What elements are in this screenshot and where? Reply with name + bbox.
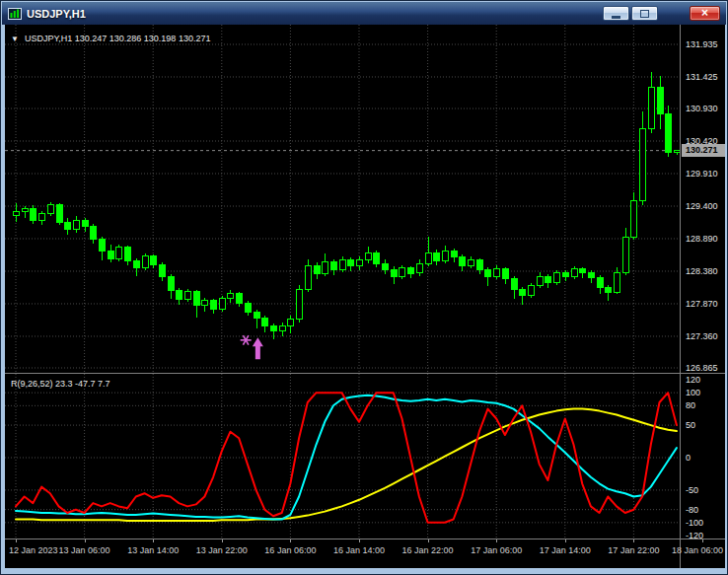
time-tick xyxy=(290,539,291,542)
indicator-svg[interactable] xyxy=(5,374,680,539)
main-chart-pane[interactable]: ▼ USDJPY,H1 130.247 130.286 130.198 130.… xyxy=(5,25,680,373)
indicator-tick-label: 0 xyxy=(686,453,691,463)
main-chart-svg[interactable] xyxy=(5,25,680,373)
price-tick-label: 128.890 xyxy=(686,234,718,244)
price-tick-label: 127.360 xyxy=(686,331,718,341)
time-tick-label: 18 Jan 06:00 xyxy=(672,545,723,555)
pane-separator[interactable] xyxy=(5,373,725,374)
indicator-tick-label: 120 xyxy=(686,375,700,385)
time-axis[interactable]: 12 Jan 202313 Jan 06:0013 Jan 14:0013 Ja… xyxy=(5,539,725,568)
minimize-button[interactable] xyxy=(603,6,629,21)
chart-icon[interactable] xyxy=(8,8,22,20)
indicator-tick-label: 100 xyxy=(686,388,700,397)
symbol-ohlc-label: USDJPY,H1 130.247 130.286 130.198 130.27… xyxy=(25,34,211,43)
symbol-ohlc-line: ▼ USDJPY,H1 130.247 130.286 130.198 130.… xyxy=(11,34,210,43)
window-title: USDJPY,H1 xyxy=(27,8,86,20)
chevron-down-icon[interactable]: ▼ xyxy=(11,35,19,43)
time-tick xyxy=(222,539,223,542)
current-price-badge: 130.271 xyxy=(682,144,725,157)
time-tick xyxy=(565,539,566,542)
restore-button[interactable] xyxy=(631,6,658,21)
price-tick-label: 131.935 xyxy=(686,39,718,49)
main-grid-layer xyxy=(5,25,680,373)
price-tick-label: 129.910 xyxy=(686,169,718,179)
time-tick xyxy=(85,539,86,542)
time-tick-label: 17 Jan 22:00 xyxy=(608,545,659,555)
price-tick-label: 126.865 xyxy=(686,363,718,373)
close-icon: × xyxy=(701,7,708,20)
indicator-tick-label: -100 xyxy=(686,518,703,528)
time-tick-label: 13 Jan 06:00 xyxy=(59,545,110,555)
indicator-tick-label: -50 xyxy=(686,485,698,495)
time-tick xyxy=(16,539,17,542)
titlebar[interactable]: USDJPY,H1 × xyxy=(2,2,726,25)
time-tick-label: 13 Jan 22:00 xyxy=(196,545,248,555)
close-button[interactable]: × xyxy=(690,6,720,21)
price-tick-label: 130.930 xyxy=(686,104,718,113)
time-tick-label: 16 Jan 14:00 xyxy=(333,545,385,555)
time-tick-label: 16 Jan 06:00 xyxy=(264,545,316,555)
price-axis[interactable]: 131.935131.425130.930130.420129.910129.4… xyxy=(680,25,725,568)
mt4-chart-window: USDJPY,H1 × ▼ USDJPY,H1 130.247 130.286 … xyxy=(0,0,728,575)
signal-annotation xyxy=(241,335,263,359)
time-tick-label: 13 Jan 14:00 xyxy=(127,545,179,555)
minimize-icon xyxy=(612,16,620,19)
restore-icon xyxy=(640,10,649,18)
time-tick xyxy=(702,539,703,542)
time-tick-label: 17 Jan 14:00 xyxy=(540,545,591,555)
indicator-label: R(9,26,52) 23.3 -47.7 7.7 xyxy=(11,379,110,389)
price-tick-label: 127.870 xyxy=(686,299,718,309)
indicator-tick-label: 80 xyxy=(686,400,695,410)
time-tick-label: 16 Jan 22:00 xyxy=(402,545,454,555)
indicator-tick-label: 50 xyxy=(686,420,695,430)
indicator-pane[interactable]: R(9,26,52) 23.3 -47.7 7.7 xyxy=(5,374,680,539)
time-tick xyxy=(153,539,154,542)
price-tick-label: 131.425 xyxy=(686,72,718,82)
time-tick xyxy=(496,539,497,542)
indicator-tick-label: -80 xyxy=(686,505,698,515)
time-tick xyxy=(428,539,429,542)
price-tick-label: 128.380 xyxy=(686,266,718,276)
time-tick xyxy=(633,539,634,542)
price-tick-label: 129.400 xyxy=(686,201,718,211)
time-tick xyxy=(359,539,360,542)
time-tick-label: 12 Jan 2023 xyxy=(9,545,58,555)
time-tick-label: 17 Jan 06:00 xyxy=(471,545,522,555)
arrow-up-icon xyxy=(253,337,263,359)
chart-client-area: ▼ USDJPY,H1 130.247 130.286 130.198 130.… xyxy=(5,25,725,568)
